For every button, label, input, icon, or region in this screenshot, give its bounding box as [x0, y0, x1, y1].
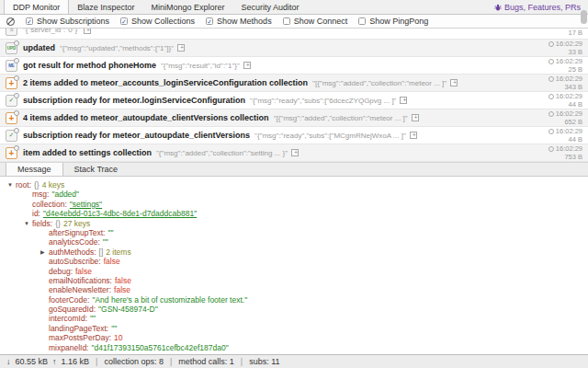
bytes-received: 60.55 kB [16, 357, 49, 366]
upload-icon: ↑ [52, 357, 57, 366]
expand-icon[interactable] [412, 114, 419, 121]
tab-ddp-monitor[interactable]: DDP Monitor [4, 0, 69, 14]
ddp-message-log: ≡ "{"server_id":"0"}" 17 B UPD↓ updated … [0, 29, 588, 162]
log-row[interactable]: +↓ 2 items added to meteor_accounts_logi… [0, 75, 588, 92]
tree-node-fields[interactable]: ▼ fields: {} 27 keys [0, 219, 588, 228]
scrollbar-thumb[interactable] [581, 10, 587, 24]
collection-ops-count: collection ops: 8 [104, 357, 164, 366]
tree-key: collection: [32, 200, 67, 209]
tree-key: fields: [32, 219, 52, 228]
tree-key: emailNotifications: [49, 276, 112, 285]
tree-value: "" [90, 314, 96, 323]
log-row[interactable]: UPD↓ updated "{"msg":"updated","methods"… [0, 40, 588, 57]
tree-node-footerCode: footerCode: "And here's a bit of customi… [0, 295, 588, 305]
tree-key: id: [32, 209, 40, 218]
message-preview: "{"msg":"ready","subs":["MCgmRNejWxoA ..… [254, 132, 406, 140]
clear-log-icon[interactable] [6, 17, 15, 26]
log-row[interactable]: ✓↓ subscription ready for meteor_autoupd… [0, 127, 588, 144]
tree-key: root: [16, 180, 31, 190]
icon-glyph: ME [8, 63, 15, 68]
message-title: subscription ready for meteor_autoupdate… [23, 131, 250, 140]
filter-show-connect[interactable]: Show Connect [283, 17, 348, 26]
message-time: 16:02:29 [556, 75, 582, 83]
message-size: 17 B [569, 29, 582, 37]
expand-icon[interactable] [84, 29, 91, 34]
tree-count: 27 keys [63, 219, 90, 228]
message-size: 44 B [548, 135, 582, 144]
message-time: 16:02:29 [556, 144, 582, 153]
tree-node-authMethods[interactable]: ▶ authMethods: [] 2 items [0, 247, 588, 257]
tree-node-mixpanelId: mixpanelId: "d41f17393150a5761cefbc42ef1… [0, 343, 588, 352]
checkbox [283, 17, 290, 25]
raw-message-icon: ≡ [6, 29, 17, 36]
caret-down-icon[interactable]: ▼ [24, 219, 32, 228]
divider: | [168, 357, 174, 366]
clock-icon [548, 76, 554, 82]
filter-toolbar: ✓ Show Subscriptions ✓ Show Collections … [0, 15, 588, 29]
tree-key: debug: [49, 267, 73, 276]
message-preview: "{"msg":"updated","methods":["1"]}" [60, 44, 174, 52]
tab-blaze-inspector[interactable]: Blaze Inspector [69, 0, 142, 14]
tree-key: authMethods: [49, 247, 96, 257]
message-meta: 16:02:29 25 B [541, 57, 582, 74]
filter-show-pingpong[interactable]: Show PingPong [358, 17, 428, 26]
filter-show-methods[interactable]: ✓ Show Methods [206, 17, 272, 26]
message-preview: "{"server_id":"0"}" [23, 29, 80, 34]
method-result-icon: ME↓ [6, 60, 17, 72]
direction-badge: ↓ [14, 40, 19, 46]
message-time: 16:02:29 [556, 127, 582, 135]
divider: | [239, 357, 244, 366]
expand-icon[interactable] [177, 44, 185, 52]
direction-badge: ↓ [14, 75, 19, 81]
filter-show-subscriptions[interactable]: ✓ Show Subscriptions [26, 17, 109, 26]
tab-stack-trace[interactable]: Stack Trace [63, 163, 130, 176]
tree-value: false [115, 276, 131, 285]
log-row[interactable]: ≡ "{"server_id":"0"}" 17 B [0, 29, 588, 40]
collection-link[interactable]: "settings" [70, 200, 102, 209]
tree-node-msg: msg: "added" [0, 190, 588, 199]
tab-minimongo-explorer[interactable]: MiniMongo Explorer [142, 0, 232, 14]
icon-glyph: ≡ [9, 29, 13, 33]
message-title: item added to settings collection [23, 148, 152, 157]
tree-node-root[interactable]: ▼ root: {} 4 keys [0, 180, 588, 190]
caret-right-icon[interactable]: ▶ [40, 247, 49, 257]
tree-value: false [114, 285, 130, 294]
log-row-selected[interactable]: +↓ item added to settings collection "{"… [0, 144, 588, 162]
expand-icon[interactable] [291, 149, 299, 156]
expand-icon[interactable] [450, 79, 458, 86]
tree-value: "GSN-458974-D" [98, 305, 158, 314]
feedback-link[interactable]: Bugs, Features, PRs [487, 0, 588, 14]
message-size: 652 B [548, 118, 582, 126]
message-preview: "[{"msg":"added","collection":"meteor ..… [274, 114, 408, 122]
expand-icon[interactable] [400, 97, 407, 104]
tab-message[interactable]: Message [6, 163, 63, 176]
log-row[interactable]: ✓↓ subscription ready for meteor.loginSe… [0, 92, 588, 109]
message-title: 2 items added to meteor_accounts_loginSe… [23, 78, 308, 87]
message-meta: 16:02:29 44 B [541, 92, 582, 109]
message-size: 44 B [548, 100, 582, 109]
log-row[interactable]: ME↓ got result for method phoneHome "{"m… [0, 57, 588, 75]
log-row[interactable]: +↓ 4 items added to meteor_autoupdate_cl… [0, 109, 588, 127]
message-size: 753 B [548, 153, 582, 161]
tree-key: autoSubscribe: [49, 257, 101, 266]
direction-badge: ↓ [14, 128, 19, 133]
check-mark: ✓ [207, 18, 212, 25]
message-meta: 16:02:29 33 B [541, 40, 582, 56]
tree-node-collection: collection: "settings" [0, 200, 588, 209]
caret-down-icon[interactable]: ▼ [7, 180, 16, 190]
expand-icon[interactable] [243, 62, 251, 69]
tree-count: 2 items [106, 247, 130, 257]
tree-node-autoSubscribe: autoSubscribe: false [0, 257, 588, 266]
tab-security-auditor[interactable]: Security Auditor [232, 0, 307, 14]
filter-label: Show Methods [217, 17, 272, 26]
clock-icon [548, 94, 554, 99]
expand-icon[interactable] [410, 132, 417, 139]
message-time: 16:02:29 [556, 40, 582, 48]
document-id-link[interactable]: "d4e4ebdd-01c3-4dbc-8de1-d7daddcab881" [43, 209, 197, 218]
filter-show-collections[interactable]: ✓ Show Collections [120, 17, 195, 26]
tree-node-analyticsCode: analyticsCode: "" [0, 237, 588, 247]
icon-glyph: UPD [7, 46, 17, 51]
tree-node-goSquaredId: goSquaredId: "GSN-458974-D" [0, 305, 588, 314]
tree-key: footerCode: [49, 295, 89, 305]
tab-label: DDP Monitor [13, 3, 60, 12]
